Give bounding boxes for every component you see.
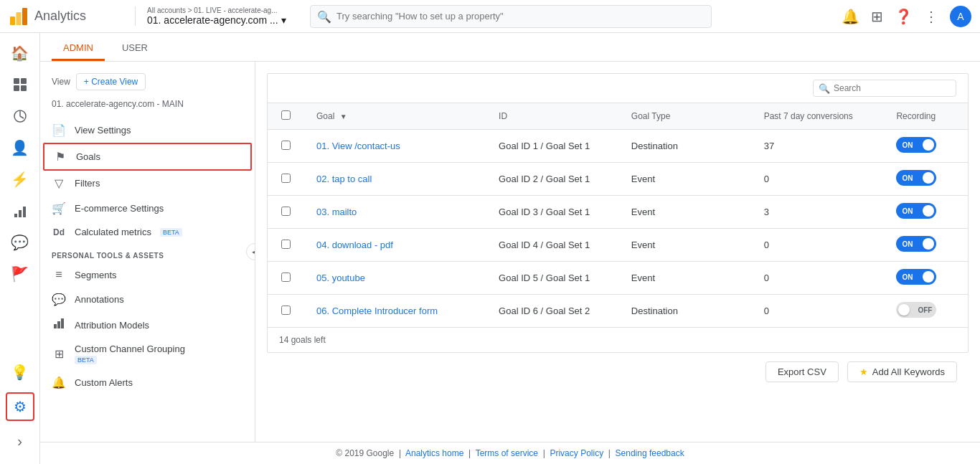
goal-link[interactable]: 05. youtube [316,273,365,283]
star-icon: ★ [859,366,868,377]
footer-link-terms[interactable]: Terms of service [476,448,538,458]
header-checkbox-cell [268,103,305,130]
row-goal-type: Event [620,196,753,229]
toggle-on[interactable] [896,269,936,285]
menu-label-ecommerce: E-commerce Settings [75,203,164,214]
goal-link[interactable]: 02. tap to call [316,174,372,184]
header-conversions: Past 7 day conversions [753,103,885,130]
goals-table: Goal ▼ ID Goal Type Past 7 day conversio… [268,103,968,328]
goal-link[interactable]: 03. mailto [316,207,357,217]
toggle-on[interactable] [896,137,936,153]
row-checkbox[interactable] [281,207,291,216]
sidebar-item-audience[interactable] [6,197,34,225]
sidebar-item-lightbulb[interactable]: 💡 [6,358,34,387]
header-id: ID [487,103,620,130]
toggle-on[interactable] [896,203,936,219]
table-row: 06. Complete Introducer form Goal ID 6 /… [268,295,968,328]
view-name: 01. accelerate-agency.com - MAIN [40,96,255,118]
footer-link-feedback[interactable]: Sending feedback [616,448,684,458]
footer-link-analytics-home[interactable]: Analytics home [405,448,463,458]
sidebar-item-realtime[interactable]: ⚡ [6,165,34,194]
menu-item-custom-alerts[interactable]: 🔔 Custom Alerts [40,370,255,395]
sidebar-item-settings[interactable]: ⚙ [6,392,34,421]
export-csv-button[interactable]: Export CSV [765,361,839,382]
toggle-on[interactable] [896,170,936,186]
menu-item-attribution[interactable]: Attribution Models [40,312,255,338]
row-checkbox[interactable] [281,174,291,183]
sidebar-item-expand[interactable]: › [6,427,34,455]
table-header-row: 🔍 [268,74,968,103]
row-recording[interactable] [885,163,968,196]
left-sidebar: 🏠 👤 ⚡ 💬 🚩 💡 ⚙ › [0,33,40,464]
personal-tools-section-label: PERSONAL TOOLS & ASSETS [40,243,255,262]
filter-icon: ▽ [52,176,66,190]
add-all-keywords-button[interactable]: ★ Add All Keywords [847,361,957,382]
goal-link[interactable]: 06. Complete Introducer form [316,306,438,316]
channel-icon: ⊞ [52,347,66,361]
table-row: 03. mailto Goal ID 3 / Goal Set 1 Event … [268,196,968,229]
document-icon: 📄 [52,123,66,137]
row-recording[interactable] [885,295,968,328]
select-all-checkbox[interactable] [281,110,291,120]
toggle-off[interactable] [896,302,936,318]
menu-item-ecommerce[interactable]: 🛒 E-commerce Settings [40,196,255,221]
tab-user[interactable]: USER [110,42,159,61]
account-selector[interactable]: All accounts > 01. LIVE - accelerate-ag.… [135,6,293,26]
row-checkbox[interactable] [281,141,291,150]
goal-link[interactable]: 01. View /contact-us [316,141,400,151]
view-label: View [52,77,70,87]
menu-item-segments[interactable]: ≡ Segments [40,262,255,287]
footer-link-privacy[interactable]: Privacy Policy [550,448,603,458]
row-recording[interactable] [885,262,968,295]
menu-item-view-settings[interactable]: 📄 View Settings [40,118,255,143]
row-recording[interactable] [885,196,968,229]
row-checkbox-cell [268,196,305,229]
more-icon[interactable]: ⋮ [924,8,938,25]
help-icon[interactable]: ❓ [895,8,913,25]
create-view-button[interactable]: + Create View [76,73,146,90]
goals-flag-icon: ⚑ [53,150,67,164]
row-goal-name[interactable]: 05. youtube [305,262,487,295]
menu-item-annotations[interactable]: 💬 Annotations [40,287,255,312]
toggle-on[interactable] [896,236,936,252]
header-actions: 🔔 ⊞ ❓ ⋮ A [842,6,971,27]
search-input[interactable] [310,5,712,28]
row-goal-name[interactable]: 04. download - pdf [305,229,487,262]
goal-link[interactable]: 04. download - pdf [316,240,393,250]
sidebar-item-home[interactable]: 🏠 [6,39,34,67]
sidebar-item-reports[interactable] [6,102,34,131]
row-goal-name[interactable]: 01. View /contact-us [305,130,487,163]
tab-admin[interactable]: ADMIN [52,42,105,61]
row-recording[interactable] [885,229,968,262]
row-checkbox[interactable] [281,240,291,249]
svg-rect-10 [14,214,17,217]
account-name[interactable]: 01. accelerate-agency.com ... ▾ [147,14,293,26]
svg-rect-3 [14,78,19,84]
apps-icon[interactable]: ⊞ [871,8,883,25]
svg-rect-1 [17,12,22,25]
row-checkbox[interactable] [281,273,291,282]
notification-icon[interactable]: 🔔 [842,8,859,25]
sidebar-item-comments[interactable]: 💬 [6,228,34,257]
search-bar[interactable]: 🔍 [310,5,712,28]
annotations-icon: 💬 [52,293,66,306]
row-recording[interactable] [885,130,968,163]
header-goal[interactable]: Goal ▼ [305,103,487,130]
sidebar-item-flag[interactable]: 🚩 [6,260,34,288]
row-goal-name[interactable]: 03. mailto [305,196,487,229]
page-footer: © 2019 Google | Analytics home | Terms o… [40,442,980,464]
table-search-input[interactable] [813,80,956,97]
avatar[interactable]: A [950,6,971,27]
menu-item-filters[interactable]: ▽ Filters [40,171,255,196]
row-goal-name[interactable]: 06. Complete Introducer form [305,295,487,328]
header-recording: Recording [885,103,968,130]
sidebar-item-dashboard[interactable] [6,70,34,99]
menu-item-custom-channel[interactable]: ⊞ Custom Channel Grouping BETA [40,338,255,370]
menu-label-view-settings: View Settings [75,125,131,136]
menu-item-calculated-metrics[interactable]: Dd Calculated metrics BETA [40,221,255,243]
row-checkbox[interactable] [281,306,291,315]
row-goal-name[interactable]: 02. tap to call [305,163,487,196]
bottom-buttons: Export CSV ★ Add All Keywords [267,353,969,391]
sidebar-item-users[interactable]: 👤 [6,133,34,162]
menu-item-goals[interactable]: ⚑ Goals [43,143,252,171]
